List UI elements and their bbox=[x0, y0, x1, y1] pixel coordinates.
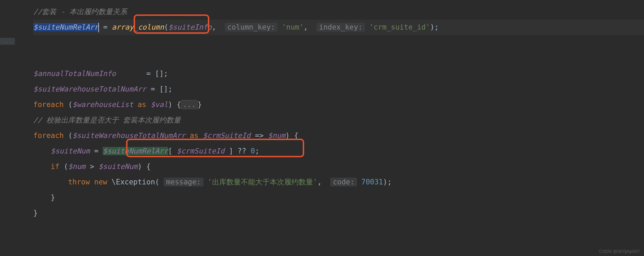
bracket: [] bbox=[159, 85, 168, 93]
backslash: \ bbox=[112, 178, 116, 186]
code-line: $suiteNum = $suiteNumRelArr[ $crmSuiteId… bbox=[33, 143, 644, 159]
keyword: new bbox=[94, 178, 112, 186]
brace: } bbox=[33, 209, 38, 217]
operator: > bbox=[86, 162, 99, 171]
number-literal: 0 bbox=[251, 147, 255, 155]
comma: , bbox=[317, 178, 326, 186]
code-editor[interactable]: //套装 - 本出履约数量关系 $suiteNumRelArr = array_… bbox=[0, 0, 644, 221]
paren: ( bbox=[68, 131, 73, 140]
fold-indicator[interactable]: ... bbox=[0, 38, 15, 45]
string-literal: 'num' bbox=[282, 23, 303, 31]
paren: ) { bbox=[168, 100, 181, 109]
indent bbox=[33, 178, 68, 186]
blank-line bbox=[33, 51, 644, 66]
variable-selected: $suiteNumRelArr bbox=[33, 23, 99, 31]
comment-text: //套装 - 本出履约数量关系 bbox=[33, 8, 127, 16]
keyword: if bbox=[51, 162, 64, 171]
function-name: array_column bbox=[112, 23, 164, 31]
bracket: ] bbox=[224, 147, 237, 155]
paren: ( bbox=[64, 162, 68, 171]
bracket: [] bbox=[155, 70, 164, 78]
string-literal: '出库数量不能大于本次履约数量' bbox=[208, 178, 317, 186]
variable: $num bbox=[68, 162, 86, 171]
code-line-highlighted: $suiteNumRelArr = array_column($suiteInf… bbox=[33, 20, 644, 35]
param-hint: message: bbox=[164, 178, 203, 186]
variable: $suiteNum bbox=[51, 147, 90, 155]
arrow: => bbox=[251, 131, 268, 140]
operator: = bbox=[90, 147, 103, 155]
variable: $val bbox=[151, 100, 168, 109]
paren: ) { bbox=[137, 162, 151, 171]
keyword: as bbox=[133, 100, 151, 109]
variable: $warehouseList bbox=[73, 100, 133, 109]
keyword: as bbox=[186, 131, 203, 140]
variable: $suiteWarehouseTotalNumArr bbox=[73, 131, 186, 140]
variable: $annualTotalNumInfo bbox=[33, 70, 116, 78]
operator: = bbox=[99, 23, 112, 31]
variable: $num bbox=[268, 131, 286, 140]
semicolon: ; bbox=[168, 85, 173, 93]
string-literal: 'crm_suite_id' bbox=[369, 23, 430, 31]
brace: } bbox=[51, 193, 55, 202]
variable: $suiteNum bbox=[99, 162, 138, 171]
code-line: } bbox=[33, 205, 644, 221]
keyword: foreach bbox=[33, 100, 68, 109]
comma: , bbox=[303, 23, 312, 31]
paren: ); bbox=[430, 23, 438, 31]
keyword: throw bbox=[68, 178, 94, 186]
operator: = bbox=[116, 70, 155, 78]
code-line: throw new \Exception( message: '出库数量不能大于… bbox=[33, 174, 644, 190]
param-hint: index_key: bbox=[317, 23, 365, 32]
code-line: //套装 - 本出履约数量关系 bbox=[33, 4, 644, 20]
code-line: foreach ($suiteWarehouseTotalNumArr as $… bbox=[33, 128, 644, 143]
code-line: $suiteWarehouseTotalNumArr = []; bbox=[33, 82, 644, 97]
paren: ) { bbox=[285, 131, 298, 140]
folded-region[interactable]: ... bbox=[181, 100, 198, 109]
blank-line bbox=[33, 35, 644, 51]
indent bbox=[33, 162, 51, 171]
semicolon: ; bbox=[164, 70, 168, 78]
paren: ); bbox=[383, 178, 392, 186]
code-line: if ($num > $suiteNum) { bbox=[33, 159, 644, 174]
indent bbox=[33, 147, 51, 155]
code-line: // 校验出库数量是否大于 套装本次履约数量 bbox=[33, 113, 644, 128]
paren: ( bbox=[155, 178, 159, 186]
operator: = bbox=[146, 85, 159, 93]
variable-reference: $suiteNumRelArr bbox=[103, 147, 168, 155]
comma: , bbox=[212, 23, 220, 31]
param-hint: code: bbox=[330, 178, 357, 186]
code-line: } bbox=[33, 190, 644, 205]
code-line: foreach ($warehouseList as $val) {...} bbox=[33, 97, 644, 113]
paren: ( bbox=[68, 100, 73, 109]
watermark: CSDN @007php007 bbox=[599, 249, 640, 254]
paren: ( bbox=[164, 23, 168, 31]
brace: } bbox=[198, 100, 202, 109]
bracket: [ bbox=[168, 147, 177, 155]
comment-text: // 校验出库数量是否大于 套装本次履约数量 bbox=[33, 116, 181, 124]
keyword: foreach bbox=[33, 131, 68, 140]
variable: $crmSuiteId bbox=[203, 131, 251, 140]
number-literal: 70031 bbox=[361, 178, 383, 186]
variable: $crmSuiteId bbox=[177, 147, 224, 155]
indent bbox=[33, 193, 51, 202]
param-hint: column_key: bbox=[225, 23, 277, 32]
operator: ?? bbox=[237, 147, 251, 155]
variable: $suiteInfo bbox=[168, 23, 212, 31]
variable: $suiteWarehouseTotalNumArr bbox=[33, 85, 146, 93]
class-name: Exception bbox=[116, 178, 155, 186]
code-line: $annualTotalNumInfo = []; bbox=[33, 66, 644, 82]
semicolon: ; bbox=[255, 147, 259, 155]
